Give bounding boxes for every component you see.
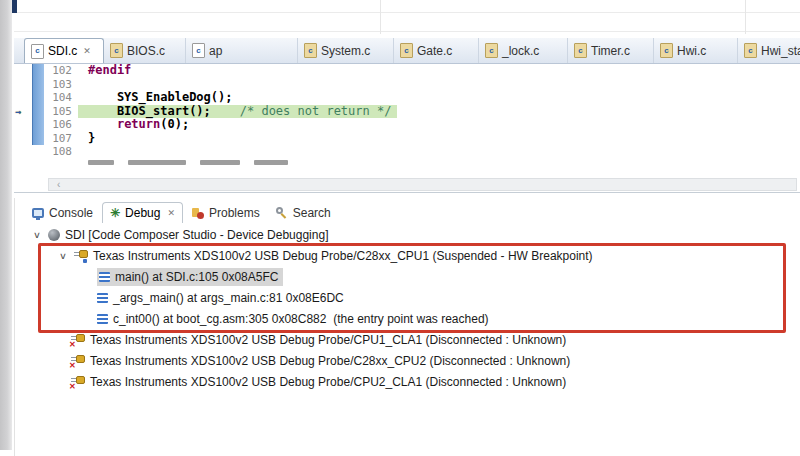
debug-launch-tree: ∨ SDI [Code Composer Studio - Device Deb…	[15, 223, 800, 392]
c-source-file-icon: c	[110, 43, 123, 58]
c-source-file-icon: c	[660, 43, 673, 58]
program-counter-arrow-icon: →	[15, 105, 21, 118]
disconnected-probe-icon: ✕	[71, 376, 85, 388]
c-source-file-icon: c	[192, 43, 205, 58]
close-icon[interactable]: ✕	[83, 46, 91, 56]
close-icon[interactable]: ✕	[167, 208, 175, 218]
tab-label: Gate.c	[417, 44, 452, 58]
bottom-view-tab-bar: Console ✳ Debug ✕ Problems Search	[15, 198, 800, 223]
tab-console[interactable]: Console	[25, 203, 100, 223]
line-number: 107	[44, 132, 78, 146]
tab-hwi-sta[interactable]: c Hwi_sta	[738, 38, 800, 63]
disconnected-probe-icon: ✕	[71, 355, 85, 367]
tab-label: Hwi_sta	[761, 44, 800, 58]
gutter-cell	[14, 64, 32, 78]
line-number: 103	[44, 78, 78, 92]
selected-frame-highlight: main() at SDI.c:105 0x08A5FC	[97, 268, 283, 286]
tab-system-c[interactable]: c System.c	[298, 38, 394, 63]
code-editor[interactable]: 102 #endif 103 104 SYS_EnableDog(); → 10…	[14, 64, 800, 177]
tab-debug[interactable]: ✳ Debug ✕	[102, 202, 183, 223]
line-number: 108	[44, 145, 78, 159]
tab-problems[interactable]: Problems	[185, 203, 267, 223]
stack-frame-icon	[97, 293, 108, 303]
execution-highlight: BIOS_start(); /* does not return */	[78, 105, 397, 119]
left-gutter-strip	[0, 0, 12, 450]
tab-lock-c[interactable]: c _lock.c	[479, 38, 568, 63]
tree-row-cpu1[interactable]: ∨ Texas Instruments XDS100v2 USB Debug P…	[15, 245, 800, 266]
debug-view-panel: Console ✳ Debug ✕ Problems Search ∨ SDI …	[14, 198, 800, 456]
line-number: 105	[44, 105, 78, 119]
tab-hwi-c[interactable]: c Hwi.c	[654, 38, 738, 63]
stack-frame-icon	[97, 314, 108, 324]
code-line-104: 104 SYS_EnableDog();	[14, 91, 800, 105]
code-line-108: 108	[14, 145, 800, 159]
disconnected-label: Texas Instruments XDS100v2 USB Debug Pro…	[90, 333, 566, 347]
tab-label: Timer.c	[591, 44, 630, 58]
line-number: 104	[44, 91, 78, 105]
code-line-107: 107 }	[14, 132, 800, 146]
tab-app-c[interactable]: c ap	[186, 38, 298, 63]
ccs-ide-window: { "icons": { "close": "✕", "chevron_expa…	[0, 0, 800, 456]
clipped-code-fragments	[78, 159, 800, 173]
tab-label: Console	[49, 206, 93, 220]
chevron-down-icon[interactable]: ∨	[56, 251, 70, 261]
horizontal-scrollbar[interactable]: ‹	[48, 178, 797, 191]
cpu1-label: Texas Instruments XDS100v2 USB Debug Pro…	[93, 249, 593, 263]
code-line-partial	[14, 159, 800, 173]
line-number: 106	[44, 118, 78, 132]
tab-bios-c[interactable]: c BIOS.c	[104, 38, 186, 63]
tree-row-cpu2[interactable]: ✕ Texas Instruments XDS100v2 USB Debug P…	[15, 350, 800, 371]
code-line-105-current: → 105 BIOS_start(); /* does not return *…	[14, 105, 800, 119]
code-text: SYS_EnableDog();	[78, 91, 800, 105]
frame-label: main() at SDI.c:105 0x08A5FC	[115, 270, 278, 284]
upper-view-row-line	[14, 31, 800, 32]
problems-icon	[192, 207, 204, 219]
c-source-file-icon: c	[574, 43, 587, 58]
tab-label: Search	[293, 206, 331, 220]
code-text: BIOS_start(); /* does not return */	[78, 105, 800, 119]
debug-icon: ✳	[110, 207, 120, 219]
tree-row-frame-main[interactable]: main() at SDI.c:105 0x08A5FC	[15, 266, 800, 287]
disconnected-label: Texas Instruments XDS100v2 USB Debug Pro…	[90, 375, 566, 389]
tab-sdi-c[interactable]: c SDI.c ✕	[24, 38, 104, 63]
code-line-102: 102 #endif	[14, 64, 800, 78]
tab-label: Hwi.c	[677, 44, 706, 58]
c-source-file-icon: c	[744, 43, 757, 58]
tab-label: ap	[209, 44, 222, 58]
frame-label: _args_main() at args_main.c:81 0x08E6DC	[113, 291, 344, 305]
tab-label: System.c	[321, 44, 370, 58]
tree-row-cpu2-cla1[interactable]: ✕ Texas Instruments XDS100v2 USB Debug P…	[15, 371, 800, 392]
frame-label: c_int00() at boot_cg.asm:305 0x08C882 (t…	[113, 312, 489, 326]
chevron-down-icon[interactable]: ∨	[30, 230, 44, 240]
tab-label: BIOS.c	[127, 44, 165, 58]
c-source-file-icon: c	[31, 44, 44, 59]
tab-search[interactable]: Search	[269, 203, 338, 223]
c-source-file-icon: c	[400, 43, 413, 58]
tree-row-frame-c-int00[interactable]: c_int00() at boot_cg.asm:305 0x08C882 (t…	[15, 308, 800, 329]
code-text: }	[78, 132, 800, 146]
tab-label: _lock.c	[502, 44, 539, 58]
search-icon	[276, 207, 288, 219]
debug-probe-icon	[74, 250, 88, 262]
console-icon	[32, 208, 44, 218]
scroll-left-arrow-icon[interactable]: ‹	[57, 179, 60, 190]
tab-timer-c[interactable]: c Timer.c	[568, 38, 654, 63]
tab-gate-c[interactable]: c Gate.c	[394, 38, 479, 63]
gutter-cell: →	[14, 105, 32, 119]
session-label: SDI [Code Composer Studio - Device Debug…	[65, 228, 328, 242]
debug-session-icon	[48, 229, 60, 241]
code-line-103: 103	[14, 78, 800, 92]
code-line-106: 106 return(0);	[14, 118, 800, 132]
tree-row-session[interactable]: ∨ SDI [Code Composer Studio - Device Deb…	[15, 224, 800, 245]
line-number: 102	[44, 64, 78, 78]
upper-view-column-divider	[745, 0, 746, 34]
upper-view-row-line	[14, 12, 800, 13]
editor-tab-bar: c SDI.c ✕ c BIOS.c c ap c System.c c Gat…	[14, 38, 800, 64]
editor-bottom-border	[14, 192, 800, 193]
c-source-file-icon: c	[304, 43, 317, 58]
tree-row-frame-args-main[interactable]: _args_main() at args_main.c:81 0x08E6DC	[15, 287, 800, 308]
disconnected-label: Texas Instruments XDS100v2 USB Debug Pro…	[90, 354, 570, 368]
stack-frame-icon	[99, 272, 110, 282]
range-indicator-bar	[32, 64, 44, 78]
tree-row-cpu1-cla1[interactable]: ✕ Texas Instruments XDS100v2 USB Debug P…	[15, 329, 800, 350]
